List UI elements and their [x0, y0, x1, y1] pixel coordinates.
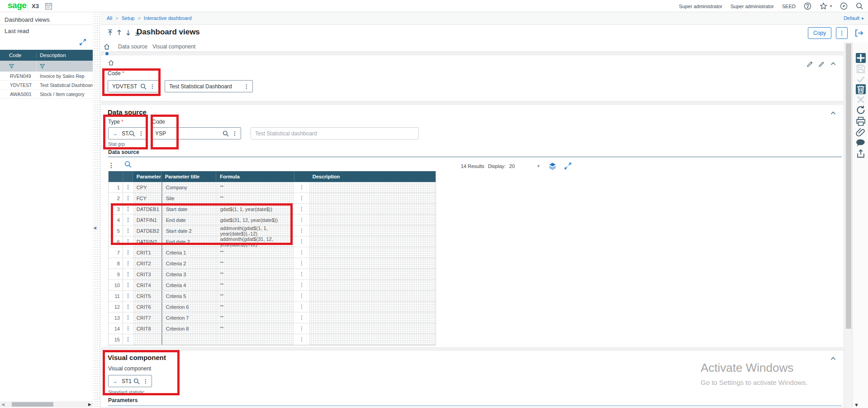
row-menu-icon[interactable]: ⋮ [123, 226, 133, 236]
row-menu-icon[interactable]: ⋮ [123, 247, 133, 258]
cell-formula[interactable]: "" [216, 258, 294, 269]
cell-menu-icon[interactable]: ⋮ [294, 247, 309, 258]
row-menu-icon[interactable]: ⋮ [123, 182, 133, 192]
attachment-icon[interactable] [856, 127, 866, 137]
cell-description[interactable] [309, 182, 436, 192]
cell-description[interactable] [309, 247, 436, 258]
cell-parameter-title[interactable] [161, 334, 217, 345]
list-item-code[interactable]: AWAS001 [0, 91, 37, 97]
list-item[interactable]: YDVTESTTest Statistical Dashboard [0, 81, 93, 90]
table-row[interactable]: 2⋮FCYSite""⋮ [109, 193, 436, 204]
collapse-section-icon[interactable] [830, 355, 836, 362]
list-item-description[interactable]: Stock / Item category [37, 91, 93, 97]
cell-parameter-title[interactable]: Criterion 8 [161, 323, 217, 334]
user-name[interactable]: Super administrator [730, 4, 774, 9]
table-row[interactable]: 12⋮CRIT6Criterion 6""⋮ [109, 302, 436, 312]
row-menu-icon[interactable]: ⋮ [123, 291, 133, 301]
cell-formula[interactable]: "" [216, 302, 294, 312]
collapse-section-icon[interactable] [830, 61, 836, 67]
cell-formula[interactable]: "" [216, 193, 294, 203]
breadcrumb-item[interactable]: Interactive dashboard [144, 15, 192, 21]
favorites-caret-icon[interactable]: ▾ [830, 4, 832, 8]
cell-menu-icon[interactable]: ⋮ [294, 302, 309, 312]
cell-parameter-title[interactable]: Criterion 7 [161, 312, 217, 323]
sidebar-col-description[interactable]: Description [37, 53, 66, 58]
grid-col-parameter[interactable]: Parameter [133, 171, 161, 182]
calendar-icon[interactable] [45, 2, 52, 10]
row-menu-icon[interactable]: ⋮ [123, 236, 133, 247]
user-role[interactable]: Super administrator [679, 4, 722, 9]
cell-menu-icon[interactable]: ⋮ [294, 193, 309, 203]
cell-description[interactable] [309, 269, 436, 279]
cell-formula[interactable]: "" [216, 312, 294, 323]
navigation-compass-icon[interactable] [840, 2, 848, 10]
endpoint-badge[interactable]: SEED [782, 4, 796, 9]
cell-parameter[interactable]: CRIT2 [133, 258, 161, 269]
cell-parameter[interactable]: DATDEB2 [133, 226, 161, 236]
list-item[interactable]: RVEN049Invoice by Sales Rep [0, 72, 93, 81]
cell-formula[interactable]: gdat$(31, 12, year(date$)) [216, 215, 294, 225]
scroll-left-icon[interactable]: ◀ [1, 402, 5, 407]
cell-parameter[interactable]: CRIT7 [133, 312, 161, 323]
tab-visual-component[interactable]: Visual component [152, 43, 195, 50]
visual-component-input[interactable]: → ST1 ⋮ [108, 375, 152, 387]
panel-resize-gutter[interactable]: ◀ [93, 12, 100, 408]
row-menu-icon[interactable]: ⋮ [123, 334, 133, 345]
cell-description[interactable] [309, 291, 436, 301]
cell-parameter[interactable]: CRIT6 [133, 302, 161, 312]
filter-funnel-icon[interactable] [9, 64, 14, 69]
print-icon[interactable] [856, 116, 866, 126]
table-row[interactable]: 13⋮CRIT7Criterion 7""⋮ [109, 312, 436, 323]
global-search-icon[interactable] [856, 2, 863, 10]
sidebar-item-last-read[interactable]: Last read [5, 28, 29, 34]
cell-description[interactable] [309, 302, 436, 312]
cell-formula[interactable]: "" [216, 247, 294, 258]
collapse-panel-icon[interactable]: ◀ [93, 226, 96, 230]
table-row[interactable]: 6⋮DATFIN2End date 2addmonth(gdat$(31, 12… [109, 236, 436, 247]
cell-menu-icon[interactable]: ⋮ [294, 334, 309, 345]
tab-data-source[interactable]: Data source [118, 43, 147, 50]
list-item-description[interactable]: Test Statistical Dashboard [37, 82, 93, 88]
cell-parameter-title[interactable]: Criteria 1 [161, 247, 217, 258]
grid-fullscreen-icon[interactable] [564, 163, 571, 169]
breadcrumb-item[interactable]: Setup [122, 15, 135, 21]
sidebar-expand-icon[interactable] [80, 39, 86, 45]
table-row[interactable]: 14⋮CRIT8Criterion 8""⋮ [109, 323, 436, 334]
grid-layers-icon[interactable] [549, 162, 556, 170]
cell-formula[interactable] [216, 334, 294, 345]
grid-search-icon[interactable] [124, 161, 132, 168]
more-actions-button[interactable]: ⋮ [836, 27, 848, 39]
scrollbar-thumb[interactable] [12, 402, 53, 407]
sidebar-item-dashboard-views[interactable]: Dashboard views [5, 16, 50, 23]
field-menu-icon[interactable]: ⋮ [147, 83, 158, 90]
lookup-icon[interactable] [133, 378, 140, 384]
refresh-icon[interactable] [856, 105, 866, 115]
cell-parameter-title[interactable]: Criteria 5 [161, 291, 217, 301]
row-menu-icon[interactable]: ⋮ [123, 193, 133, 203]
sidebar-horizontal-scrollbar[interactable]: ◀ ▶ [0, 401, 93, 408]
cell-parameter-title[interactable]: Start date [161, 204, 217, 214]
row-menu-icon[interactable]: ⋮ [123, 280, 133, 290]
field-menu-icon[interactable]: ⋮ [140, 378, 152, 384]
list-item-description[interactable]: Invoice by Sales Rep [37, 73, 93, 79]
list-item-code[interactable]: YDVTEST [0, 82, 37, 88]
next-record-icon[interactable] [125, 29, 132, 36]
cell-menu-icon[interactable]: ⋮ [294, 258, 309, 269]
cell-parameter-title[interactable]: Criteria 3 [161, 269, 217, 279]
display-dropdown-icon[interactable]: ▼ [536, 164, 541, 168]
grid-menu-icon[interactable]: ⋮ [108, 162, 114, 169]
scroll-down-icon[interactable]: ▼ [854, 402, 859, 408]
cell-parameter[interactable]: CRIT5 [133, 291, 161, 301]
list-item-code[interactable]: RVEN049 [0, 73, 37, 79]
cell-formula[interactable]: "" [216, 323, 294, 334]
row-menu-icon[interactable]: ⋮ [123, 269, 133, 279]
row-menu-icon[interactable]: ⋮ [123, 204, 133, 214]
cell-menu-icon[interactable]: ⋮ [294, 226, 309, 236]
new-record-icon[interactable] [856, 53, 866, 63]
exit-page-icon[interactable] [854, 28, 864, 38]
cell-parameter[interactable]: DATDEB1 [133, 204, 161, 214]
sidebar-col-code[interactable]: Code [0, 53, 37, 58]
cell-parameter-title[interactable]: Company [161, 182, 217, 192]
cell-parameter-title[interactable]: Criterion 6 [161, 302, 217, 312]
table-row[interactable]: 9⋮CRIT3Criteria 3""⋮ [109, 269, 436, 280]
